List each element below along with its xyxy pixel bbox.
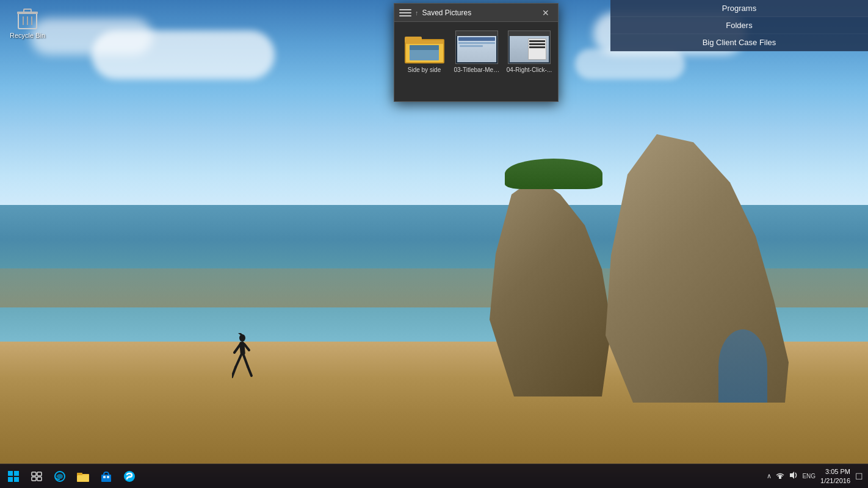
- svg-rect-28: [37, 477, 42, 481]
- svg-rect-24: [14, 477, 19, 482]
- recycle-bin[interactable]: Recycle Bin: [6, 6, 49, 39]
- clock-time: 3:05 PM: [820, 467, 850, 476]
- recycle-bin-icon: [15, 6, 40, 30]
- svg-rect-20: [410, 45, 439, 50]
- clock-date: 1/21/2016: [820, 476, 850, 485]
- explorer-titlebar[interactable]: ↑ Saved Pictures ✕: [394, 4, 558, 22]
- menu-icon[interactable]: [399, 7, 411, 19]
- rock-green-top: [505, 159, 602, 189]
- close-button[interactable]: ✕: [538, 5, 553, 20]
- svg-rect-21: [8, 471, 13, 476]
- system-tray: ∧ ENG: [767, 471, 816, 481]
- taskbar-left: [0, 465, 143, 487]
- svg-rect-38: [779, 476, 781, 479]
- svg-rect-26: [37, 472, 42, 476]
- folders-item[interactable]: Folders: [610, 17, 868, 34]
- start-button[interactable]: [2, 465, 24, 487]
- svg-point-37: [128, 475, 131, 478]
- taskbar: ∧ ENG 3:05 PM 1/21/2016: [0, 464, 868, 488]
- svg-line-5: [232, 367, 236, 377]
- action-center-button[interactable]: ☐: [855, 472, 863, 481]
- title-arrow: ↑: [415, 9, 419, 16]
- taskbar-right: ∧ ENG 3:05 PM 1/21/2016: [762, 467, 868, 485]
- rock-arch: [718, 329, 767, 403]
- svg-line-7: [248, 367, 251, 376]
- svg-rect-32: [78, 475, 89, 481]
- explorer-title: ↑ Saved Pictures: [415, 9, 538, 17]
- file-item-side-by-side[interactable]: Side by side: [400, 28, 448, 95]
- svg-marker-39: [790, 472, 794, 479]
- svg-line-2: [234, 344, 241, 353]
- file-label-04-right-click: 04-Right-Click-...: [507, 66, 552, 73]
- svg-rect-23: [8, 477, 13, 482]
- svg-line-4: [236, 355, 241, 367]
- right-panel: Programs Folders Big Client Case Files: [610, 0, 868, 51]
- svg-rect-33: [101, 475, 111, 482]
- file-explorer-button[interactable]: [72, 465, 94, 487]
- cloud-4: [575, 49, 685, 79]
- volume-icon[interactable]: [789, 471, 798, 481]
- cloud-2: [92, 30, 275, 79]
- svg-rect-18: [406, 40, 443, 44]
- clock[interactable]: 3:05 PM 1/21/2016: [820, 467, 850, 485]
- svg-line-3: [244, 344, 249, 350]
- runner-figure: [232, 333, 253, 387]
- svg-rect-11: [24, 9, 31, 12]
- edge-button[interactable]: [49, 465, 71, 487]
- svg-rect-34: [103, 476, 106, 478]
- file-item-04-right-click[interactable]: 04-Right-Click-...: [505, 28, 553, 95]
- big-client-item[interactable]: Big Client Case Files: [610, 34, 868, 51]
- programs-item[interactable]: Programs: [610, 0, 868, 17]
- skype-button[interactable]: [118, 465, 140, 487]
- folder-thumb: [403, 30, 446, 64]
- task-view-button[interactable]: [26, 465, 48, 487]
- svg-line-6: [244, 355, 248, 367]
- file-label-side-by-side: Side by side: [402, 66, 447, 73]
- recycle-bin-label: Recycle Bin: [10, 32, 45, 39]
- screenshot-thumb-1: [455, 30, 498, 64]
- svg-rect-25: [32, 472, 36, 476]
- keyboard-icon[interactable]: ENG: [802, 473, 816, 479]
- svg-line-8: [238, 333, 242, 336]
- store-button[interactable]: [95, 465, 117, 487]
- network-icon[interactable]: [775, 471, 785, 481]
- file-label-03-titlebar: 03-Titlebar-Men...: [454, 66, 500, 73]
- window-title: Saved Pictures: [422, 9, 472, 17]
- explorer-window: ↑ Saved Pictures ✕ Side by side: [394, 3, 559, 102]
- screenshot-thumb-2: [508, 30, 551, 64]
- tray-chevron[interactable]: ∧: [767, 472, 772, 480]
- file-item-03-titlebar[interactable]: 03-Titlebar-Men...: [453, 28, 501, 95]
- explorer-content: Side by side 03-Titlebar-Men...: [394, 22, 558, 101]
- svg-rect-35: [107, 476, 109, 478]
- svg-rect-22: [14, 471, 19, 476]
- svg-rect-27: [32, 477, 36, 481]
